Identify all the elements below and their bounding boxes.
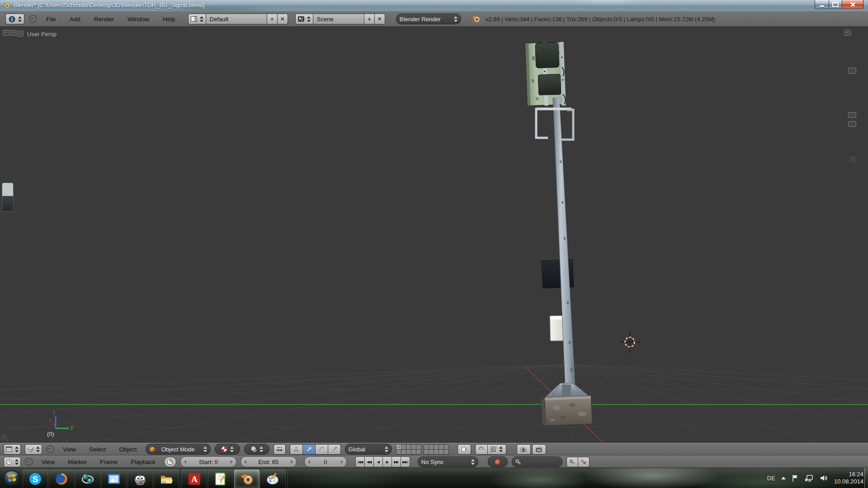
screen-layout-name-field[interactable]: Default bbox=[206, 14, 267, 24]
layers-widget[interactable] bbox=[396, 444, 449, 455]
menu-file[interactable]: File bbox=[42, 16, 61, 23]
taskbar-app-blender[interactable] bbox=[234, 469, 259, 488]
menu-view[interactable]: View bbox=[37, 459, 59, 465]
viewport-canvas[interactable] bbox=[0, 26, 868, 443]
action-center-flag-icon[interactable] bbox=[792, 474, 799, 482]
auto-keyframe-record-button[interactable] bbox=[488, 456, 508, 467]
menu-help[interactable]: Help bbox=[158, 16, 180, 23]
manipulator-toggle-button[interactable] bbox=[290, 444, 303, 455]
taskbar-app-image-viewer[interactable] bbox=[101, 469, 127, 488]
add-layout-button[interactable]: + bbox=[267, 14, 278, 24]
taskbar-app-paint-palette[interactable] bbox=[260, 469, 286, 488]
tray-clock[interactable]: 16:24 10.08.2014 bbox=[834, 471, 863, 485]
collapse-menus-button[interactable] bbox=[46, 445, 54, 453]
editor-type-button-info[interactable] bbox=[5, 14, 24, 24]
collapsed-panel-tab[interactable] bbox=[2, 183, 14, 211]
region-mini-widget[interactable] bbox=[848, 112, 856, 118]
taskbar-app-connection[interactable] bbox=[75, 469, 100, 488]
menu-view[interactable]: View bbox=[58, 446, 80, 453]
minimize-button[interactable] bbox=[815, 0, 829, 9]
opengl-render-anim-button[interactable] bbox=[532, 444, 546, 455]
start-frame-slider[interactable]: Start: 0 bbox=[180, 456, 236, 467]
add-scene-button[interactable]: + bbox=[364, 14, 375, 24]
menu-add[interactable]: Add bbox=[65, 16, 85, 23]
maximize-button[interactable] bbox=[829, 0, 842, 9]
manipulate-centers-toggle[interactable] bbox=[274, 444, 286, 455]
sync-mode-dropdown[interactable]: No Sync bbox=[418, 456, 478, 467]
orientation-dropdown[interactable]: Global bbox=[345, 444, 392, 455]
taskbar-app-adobe-reader[interactable]: A bbox=[182, 469, 207, 488]
start-button[interactable] bbox=[2, 468, 22, 488]
collapse-menus-button[interactable] bbox=[29, 15, 37, 23]
taskbar-app-notepad-plus-plus[interactable] bbox=[208, 469, 233, 488]
scene-name-field[interactable]: Scene bbox=[313, 14, 364, 24]
delete-layout-button[interactable]: ✕ bbox=[278, 14, 288, 24]
network-icon[interactable] bbox=[805, 474, 814, 482]
image-viewer-icon bbox=[107, 472, 121, 486]
insert-keyframe-button[interactable] bbox=[566, 457, 578, 467]
play-reverse-button[interactable]: ◀ bbox=[374, 456, 383, 467]
region-resize-handle[interactable] bbox=[1, 434, 8, 441]
current-frame-field[interactable]: 0 bbox=[304, 456, 347, 467]
editor-type-button-3dview[interactable] bbox=[4, 444, 21, 455]
region-expand-icon[interactable]: + bbox=[844, 30, 851, 36]
3d-viewport[interactable]: User Persp (0) z y x + + + + bbox=[0, 26, 868, 443]
menu-marker[interactable]: Marker bbox=[63, 459, 91, 465]
pivot-point-dropdown[interactable] bbox=[244, 444, 269, 455]
opengl-render-still-button[interactable] bbox=[517, 444, 531, 455]
windows-taskbar: S bbox=[0, 467, 868, 488]
lock-to-scene-button[interactable] bbox=[458, 444, 471, 455]
menu-render[interactable]: Render bbox=[90, 16, 118, 23]
use-preview-range-toggle[interactable] bbox=[164, 457, 176, 467]
screen-layout-browse-button[interactable] bbox=[188, 14, 206, 24]
translate-manipulator-button[interactable] bbox=[303, 444, 316, 455]
drawtype-dropdown[interactable] bbox=[215, 444, 240, 455]
menu-window[interactable]: Window bbox=[123, 16, 154, 23]
menu-object[interactable]: Object bbox=[115, 446, 142, 453]
delete-keyframe-button[interactable] bbox=[578, 457, 590, 467]
scale-manipulator-button[interactable] bbox=[328, 444, 341, 455]
chevron-up-down-icon bbox=[36, 446, 40, 452]
taskbar-app-gimp[interactable] bbox=[127, 469, 153, 488]
next-keyframe-button[interactable]: ▶▶ bbox=[392, 456, 401, 467]
language-indicator[interactable]: DE bbox=[767, 475, 775, 482]
mode-dropdown[interactable]: Object Mode bbox=[146, 444, 211, 455]
delete-scene-button[interactable]: ✕ bbox=[375, 14, 385, 24]
region-mini-widget[interactable] bbox=[848, 68, 856, 74]
previous-keyframe-button[interactable]: ◀◀ bbox=[365, 456, 374, 467]
taskbar-app-firefox[interactable] bbox=[49, 469, 74, 488]
jump-to-start-button[interactable]: |◀◀ bbox=[355, 456, 365, 467]
view3d-header: View Select Object Object Mode bbox=[0, 443, 868, 455]
close-button[interactable] bbox=[842, 0, 863, 9]
layer-cell-active[interactable] bbox=[396, 445, 401, 449]
collapse-menus-button[interactable] bbox=[25, 458, 33, 466]
region-expand-icon[interactable]: + bbox=[17, 31, 24, 37]
menu-select[interactable]: Select bbox=[85, 446, 111, 453]
jump-to-end-button[interactable]: ▶▶| bbox=[401, 456, 410, 467]
play-button[interactable]: ▶ bbox=[383, 456, 392, 467]
region-resize-handle[interactable] bbox=[850, 156, 857, 163]
region-expand-icon[interactable]: + bbox=[3, 30, 9, 36]
show-desktop-button[interactable] bbox=[864, 468, 868, 488]
snap-toggle-button[interactable] bbox=[475, 444, 488, 455]
viewport-shading-dropdown[interactable] bbox=[25, 444, 42, 455]
chevron-up-down-icon bbox=[454, 16, 458, 22]
region-expand-icon[interactable]: + bbox=[10, 30, 16, 36]
hidden-icons-button[interactable] bbox=[781, 477, 786, 479]
scene-browse-button[interactable] bbox=[295, 14, 313, 24]
rotate-manipulator-button[interactable] bbox=[316, 444, 328, 455]
layer-group-2[interactable] bbox=[424, 444, 449, 455]
end-frame-slider[interactable]: End: 65 bbox=[241, 456, 297, 467]
layer-group-1[interactable] bbox=[396, 444, 421, 455]
taskbar-app-skype[interactable]: S bbox=[23, 469, 48, 488]
editor-type-button-timeline[interactable] bbox=[4, 457, 21, 467]
window-titlebar[interactable]: Blender* [C:\Users\Schmiddi\Desktop\3D\B… bbox=[0, 0, 868, 11]
menu-frame[interactable]: Frame bbox=[95, 459, 122, 465]
menu-playback[interactable]: Playback bbox=[126, 459, 160, 465]
render-engine-dropdown[interactable]: Blender Render bbox=[396, 14, 461, 24]
region-mini-widget[interactable] bbox=[848, 121, 856, 127]
volume-icon[interactable] bbox=[820, 474, 828, 482]
snap-element-dropdown[interactable] bbox=[488, 444, 506, 455]
taskbar-app-explorer[interactable] bbox=[154, 469, 179, 488]
keying-set-field[interactable] bbox=[512, 456, 562, 467]
